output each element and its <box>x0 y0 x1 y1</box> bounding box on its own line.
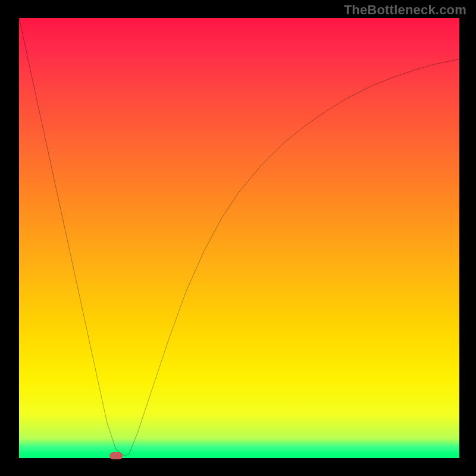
chart-container: TheBottleneck.com <box>0 0 476 476</box>
curve-minimum-marker <box>109 452 123 459</box>
watermark-text: TheBottleneck.com <box>344 2 466 18</box>
plot-area <box>19 18 459 458</box>
bottleneck-curve <box>19 18 459 458</box>
